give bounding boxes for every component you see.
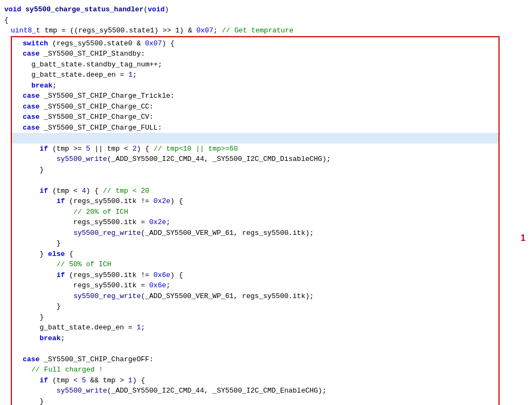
comment-full-charged: // Full charged ! [12,364,498,375]
close-if-itk2: } [12,301,498,312]
else-clause: } else { [12,249,498,260]
comment-50pct: // 50% of ICH [12,259,498,270]
code-viewer: void sy5500_charge_status_handler(void) … [0,0,532,405]
case-cc-label: case _SY5500_ST_CHIP_Charge_CC: [12,102,498,112]
charge-deep-en: g_batt_state.deep_en = 1; [12,322,498,333]
case-trickle-label: case _SY5500_ST_CHIP_Charge_Trickle: [12,91,498,102]
close-if-tmp2: } [12,396,498,406]
func-declaration: void sy5500_charge_status_handler(void) [0,4,532,15]
line-number-badge: 1 [521,232,526,245]
charge-break: break; [12,333,498,344]
close-else: } [12,312,498,323]
comment-20pct: // 20% of ICH [12,207,498,218]
standby-deep-en: g_batt_state.deep_en = 1; [12,70,498,80]
standby-break: break; [12,80,498,91]
if-itk-ne-2e: if (regs_sy5500.itk != 0x2e) { [12,196,498,207]
blank-highlighted-line [12,133,498,144]
blank-line-2 [12,175,498,186]
blank-line-3 [12,343,498,354]
case-standby-label: case _SY5500_ST_CHIP_Standby: [12,49,498,59]
close-if-itk1: } [12,238,498,249]
case-full-label: case _SY5500_ST_CHIP_Charge_FULL: [12,123,498,133]
itk-set-2e: regs_sy5500.itk = 0x2e; [12,217,498,228]
switch-statement-line: switch (regs_sy5500.state0 & 0x07) { [12,38,498,49]
if-tmp-condition: if (tmp >= 5 || tmp < 2) { // tmp<10 || … [12,144,498,154]
sy5500-write-enable: sy5500_write(_ADD_SY5500_I2C_CMD_44, _SY… [12,386,498,396]
standby-tag-num: g_batt_state.standby_tag_num++; [12,59,498,70]
itk-set-6e: regs_sy5500.itk = 0x6e; [12,280,498,291]
case-chargeoff-label: case _SY5500_ST_CHIP_ChargeOFF: [12,354,498,365]
if-tmp-lt4: if (tmp < 4) { // tmp < 20 [12,186,498,197]
close-if-tmp: } [12,165,498,176]
open-brace-line: { [0,15,532,26]
case-cv-label: case _SY5500_ST_CHIP_Charge_CV: [12,112,498,123]
reg-write-1: sy5500_reg_write(_ADD_SY5500_VER_WP_61, … [12,228,498,239]
sy5500-write-disable: sy5500_write(_ADD_SY5500_I2C_CMD_44, _SY… [12,154,498,165]
reg-write-2: sy5500_reg_write(_ADD_SY5500_VER_WP_61, … [12,291,498,302]
switch-block: 1 switch (regs_sy5500.state0 & 0x07) { c… [11,36,500,406]
if-itk-ne-6e: if (regs_sy5500.itk != 0x6e) { [12,270,498,281]
tmp-declaration: uint8_t tmp = ((regs_sy5500.state1) >> 1… [0,25,532,36]
if-tmp-lt5: if (tmp < 5 && tmp > 1) { [12,375,498,386]
